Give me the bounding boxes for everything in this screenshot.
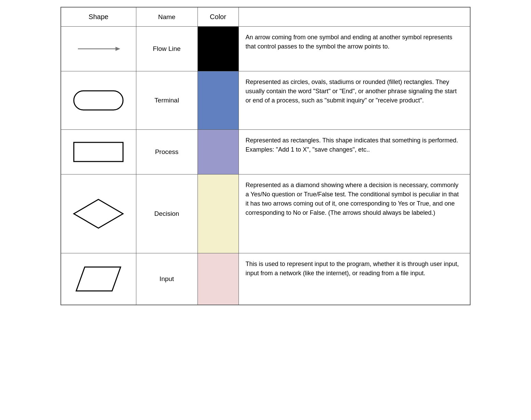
- shape-decision: [61, 174, 136, 253]
- shape-flow-line: [61, 27, 136, 71]
- name-decision: Decision: [136, 174, 198, 253]
- description-decision: Represented as a diamond showing where a…: [239, 174, 470, 253]
- svg-marker-1: [115, 47, 120, 51]
- description-input: This is used to represent input to the p…: [239, 253, 470, 305]
- color-input: [198, 253, 239, 305]
- header-shape: Shape: [61, 7, 136, 27]
- name-process: Process: [136, 130, 198, 174]
- table-row: Decision Represented as a diamond showin…: [61, 174, 470, 253]
- header-description: [239, 7, 470, 27]
- table-row: Process Represented as rectangles. This …: [61, 130, 470, 174]
- color-terminal: [198, 71, 239, 130]
- svg-rect-3: [74, 142, 123, 162]
- name-flow-line: Flow Line: [136, 27, 198, 71]
- header-color: Color: [198, 7, 239, 27]
- table-row: Terminal Represented as circles, ovals, …: [61, 71, 470, 130]
- color-process: [198, 130, 239, 174]
- header-name: Name: [136, 7, 198, 27]
- table-row: Flow Line An arrow coming from one symbo…: [61, 27, 470, 71]
- svg-rect-2: [74, 91, 123, 110]
- shape-process: [61, 130, 136, 174]
- shape-input: [61, 253, 136, 305]
- svg-marker-4: [74, 199, 123, 228]
- description-terminal: Represented as circles, ovals, stadiums …: [239, 71, 470, 130]
- color-decision: [198, 174, 239, 253]
- table-row: Input This is used to represent input to…: [61, 253, 470, 305]
- name-terminal: Terminal: [136, 71, 198, 130]
- flowchart-reference-table: Shape Name Color Flow Line An arrow comi…: [60, 7, 471, 305]
- name-input: Input: [136, 253, 198, 305]
- color-flow-line: [198, 27, 239, 71]
- description-process: Represented as rectangles. This shape in…: [239, 130, 470, 174]
- description-flow-line: An arrow coming from one symbol and endi…: [239, 27, 470, 71]
- svg-marker-5: [76, 267, 121, 291]
- shape-terminal: [61, 71, 136, 130]
